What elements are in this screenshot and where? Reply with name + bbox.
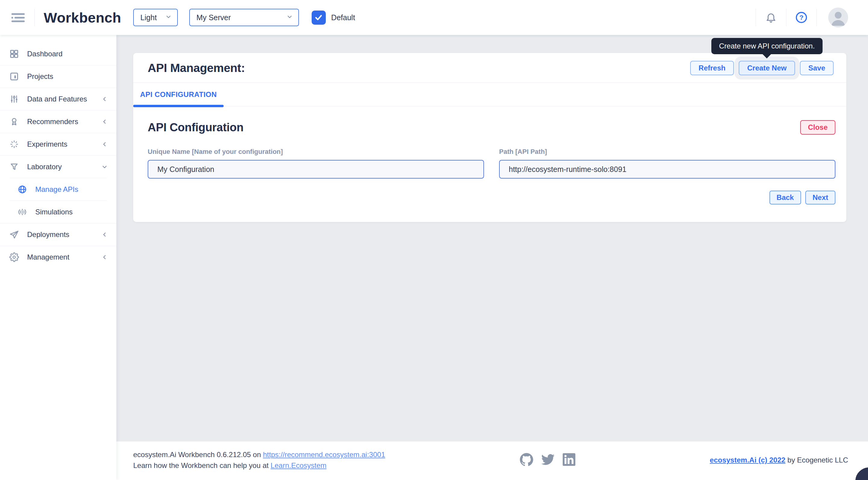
sidebar-item-label: Dashboard — [27, 50, 108, 58]
panel-header: API Configuration Close — [148, 120, 835, 135]
sidebar-item-data-and-features[interactable]: Data and Features — [0, 88, 116, 110]
default-checkbox-group: Default — [312, 10, 355, 25]
tab-api-configuration[interactable]: API CONFIGURATION — [133, 90, 224, 99]
paper-plane-icon — [9, 230, 19, 239]
chevron-left-icon — [101, 96, 108, 102]
page-body: Dashboard Projects — [0, 35, 868, 480]
sidebar-item-laboratory[interactable]: Laboratory — [0, 156, 116, 178]
sliders-icon — [9, 94, 19, 104]
close-button[interactable]: Close — [800, 120, 835, 135]
create-new-button[interactable]: Create New — [739, 61, 795, 75]
wizard-buttons: Back Next — [148, 191, 835, 204]
app-title: Workbench — [44, 9, 121, 26]
projects-icon — [9, 72, 19, 81]
theme-select[interactable]: Light — [133, 9, 178, 26]
footer-learn-text: Learn how the Workbench can help you at — [133, 461, 271, 470]
refresh-button[interactable]: Refresh — [690, 61, 734, 75]
dashboard-icon — [9, 49, 19, 59]
save-button[interactable]: Save — [800, 61, 834, 75]
chevron-left-icon — [101, 231, 108, 238]
page-title: API Management: — [148, 61, 245, 75]
spinner-icon — [9, 139, 19, 149]
theme-select-value: Light — [141, 13, 157, 22]
linkedin-icon[interactable] — [563, 453, 575, 467]
tooltip: Create new API configuration. — [711, 38, 823, 54]
footer-line-2: Learn how the Workbench can help you at … — [133, 460, 385, 471]
chevron-down-icon — [286, 13, 293, 22]
sidebar-item-projects[interactable]: Projects — [0, 65, 116, 88]
footer-social-links — [520, 453, 575, 467]
sidebar-item-label: Laboratory — [27, 163, 101, 171]
app-root: Workbench Light My Server Default — [0, 0, 868, 480]
sidebar-item-simulations[interactable]: Simulations — [0, 201, 116, 223]
card-header: API Management: Refresh Create new API c… — [133, 53, 846, 83]
award-icon — [9, 117, 19, 127]
footer-version-text: ecosystem.Ai Workbench 0.6.212.05 on — [133, 450, 263, 458]
tab-bar-container: API CONFIGURATION — [133, 83, 846, 106]
footer-server-link[interactable]: https://recommend.ecosystem.ai:3001 — [263, 450, 385, 458]
sidebar-item-label: Projects — [27, 72, 108, 81]
server-select-value: My Server — [196, 13, 231, 22]
sidebar-item-manage-apis[interactable]: Manage APIs — [0, 178, 116, 201]
help-icon[interactable]: ? — [786, 11, 816, 24]
sidebar-item-label: Experiments — [27, 140, 101, 148]
chevron-left-icon — [101, 254, 108, 261]
corner-fab-button[interactable] — [854, 466, 868, 480]
copyright-link[interactable]: ecosystem.Ai (c) 2022 — [710, 456, 785, 464]
chevron-down-icon — [101, 164, 108, 170]
funnel-icon — [9, 162, 19, 172]
unique-name-label: Unique Name [Name of your configuration] — [148, 148, 484, 156]
default-checkbox[interactable] — [312, 10, 326, 25]
sidebar-item-label: Simulations — [35, 208, 108, 216]
sidebar-item-label: Recommenders — [27, 117, 101, 126]
main-area: API Management: Refresh Create new API c… — [116, 35, 868, 480]
sidebar-item-dashboard[interactable]: Dashboard — [0, 43, 116, 65]
gear-icon — [9, 252, 19, 262]
hamburger-menu-icon[interactable] — [11, 11, 25, 24]
header-actions: ? — [755, 7, 848, 27]
header-divider — [816, 9, 817, 26]
api-configuration-panel: API Configuration Close Unique Name [Nam… — [133, 106, 846, 222]
github-icon[interactable] — [520, 453, 533, 467]
footer-line-1: ecosystem.Ai Workbench 0.6.212.05 on htt… — [133, 449, 385, 460]
broadcast-icon — [17, 207, 27, 217]
sidebar-item-label: Data and Features — [27, 95, 101, 103]
sidebar: Dashboard Projects — [0, 35, 116, 480]
bell-icon[interactable] — [756, 12, 786, 23]
unique-name-input[interactable] — [148, 160, 484, 179]
unique-name-field-group: Unique Name [Name of your configuration] — [148, 148, 484, 179]
svg-text:?: ? — [799, 14, 804, 22]
back-button[interactable]: Back — [770, 191, 801, 204]
copyright-text: by Ecogenetic LLC — [785, 456, 848, 464]
sidebar-item-label: Management — [27, 253, 101, 262]
sidebar-item-experiments[interactable]: Experiments — [0, 133, 116, 156]
fields-row: Unique Name [Name of your configuration]… — [148, 148, 835, 179]
toolbar: Refresh Create new API configuration. Cr… — [690, 61, 834, 75]
chevron-down-icon — [165, 13, 172, 22]
sidebar-item-deployments[interactable]: Deployments — [0, 224, 116, 246]
chevron-left-icon — [101, 118, 108, 125]
sidebar-item-label: Deployments — [27, 230, 101, 239]
default-checkbox-label: Default — [331, 13, 355, 22]
panel-title: API Configuration — [148, 121, 244, 134]
next-button[interactable]: Next — [805, 191, 835, 204]
chevron-left-icon — [101, 141, 108, 147]
active-tab-indicator — [133, 105, 224, 107]
api-path-input[interactable] — [499, 160, 835, 179]
user-avatar[interactable] — [828, 7, 848, 27]
main-content: API Management: Refresh Create new API c… — [116, 35, 868, 441]
footer: ecosystem.Ai Workbench 0.6.212.05 on htt… — [116, 441, 868, 480]
sidebar-item-recommenders[interactable]: Recommenders — [0, 110, 116, 133]
twitter-icon[interactable] — [541, 453, 555, 467]
create-new-wrapper: Create new API configuration. Create New — [739, 61, 795, 75]
sidebar-item-label: Manage APIs — [35, 185, 108, 194]
api-path-field-group: Path [API Path] — [499, 148, 835, 179]
server-select[interactable]: My Server — [189, 9, 299, 26]
footer-info: ecosystem.Ai Workbench 0.6.212.05 on htt… — [133, 449, 385, 471]
footer-learn-link[interactable]: Learn.Ecosystem — [271, 461, 327, 470]
top-header: Workbench Light My Server Default — [0, 0, 868, 35]
globe-icon — [17, 184, 27, 194]
header-divider — [34, 9, 35, 26]
sidebar-item-management[interactable]: Management — [0, 246, 116, 268]
api-path-label: Path [API Path] — [499, 148, 835, 156]
